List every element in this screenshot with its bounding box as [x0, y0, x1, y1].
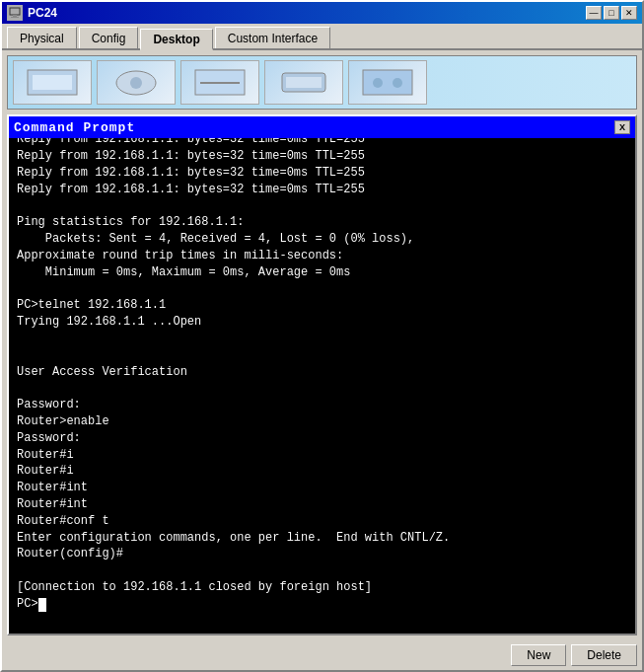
svg-rect-4	[33, 75, 72, 90]
main-window: PC24 — □ ✕ Physical Config Desktop Custo…	[0, 0, 644, 672]
terminal-content: Subnet Mask..................: 255.255.2…	[17, 138, 450, 611]
svg-point-13	[393, 78, 402, 88]
svg-point-12	[373, 78, 383, 88]
strip-item-2	[97, 60, 176, 105]
tab-desktop[interactable]: Desktop	[140, 29, 212, 50]
minimize-button[interactable]: —	[586, 6, 602, 20]
cursor	[38, 598, 46, 612]
svg-rect-2	[11, 17, 19, 18]
maximize-button[interactable]: □	[604, 6, 619, 20]
strip-item-4	[264, 60, 343, 105]
delete-button[interactable]: Delete	[571, 644, 637, 666]
svg-rect-0	[10, 8, 20, 15]
new-button[interactable]: New	[511, 644, 566, 666]
cmd-title-text: Command Prompt	[14, 120, 135, 135]
strip-item-1	[13, 60, 92, 105]
content-area: Command Prompt X Subnet Mask............…	[2, 50, 642, 640]
svg-rect-1	[13, 15, 17, 17]
tab-bar: Physical Config Desktop Custom Interface	[2, 24, 642, 50]
cmd-close-button[interactable]: X	[614, 120, 630, 134]
image-strip	[7, 55, 637, 110]
bottom-bar: New Delete	[2, 640, 642, 670]
title-bar: PC24 — □ ✕	[2, 2, 642, 24]
svg-rect-11	[363, 70, 412, 95]
tab-config[interactable]: Config	[79, 27, 139, 48]
svg-rect-10	[286, 77, 322, 88]
pc-icon	[7, 5, 23, 21]
cmd-title-bar: Command Prompt X	[9, 116, 635, 138]
terminal[interactable]: Subnet Mask..................: 255.255.2…	[9, 138, 635, 634]
svg-point-6	[130, 77, 142, 89]
window-title: PC24	[28, 6, 57, 20]
window-controls: — □ ✕	[586, 6, 637, 20]
strip-item-5	[348, 60, 427, 105]
close-button[interactable]: ✕	[621, 6, 637, 20]
tab-custom-interface[interactable]: Custom Interface	[215, 27, 330, 48]
cmd-window: Command Prompt X Subnet Mask............…	[7, 114, 637, 635]
tab-physical[interactable]: Physical	[7, 27, 77, 48]
strip-item-3	[180, 60, 259, 105]
title-bar-left: PC24	[7, 5, 57, 21]
